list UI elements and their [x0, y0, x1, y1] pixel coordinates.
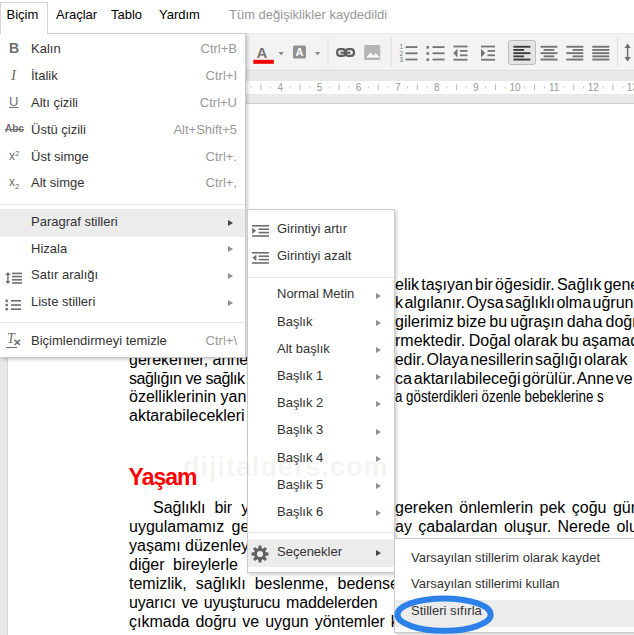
- svg-text:12: 12: [588, 82, 600, 93]
- svg-text:6: 6: [356, 82, 362, 93]
- svg-text:9: 9: [473, 82, 479, 93]
- svg-text:3: 3: [400, 56, 404, 63]
- svg-text:7: 7: [395, 82, 401, 93]
- svg-text:4: 4: [278, 82, 284, 93]
- svg-text:5: 5: [317, 82, 323, 93]
- svg-text:8: 8: [434, 82, 440, 93]
- svg-text:10: 10: [509, 82, 521, 93]
- svg-text:A: A: [296, 46, 304, 58]
- svg-text:11: 11: [549, 82, 560, 93]
- svg-text:A: A: [257, 44, 268, 61]
- svg-text:13: 13: [627, 82, 634, 93]
